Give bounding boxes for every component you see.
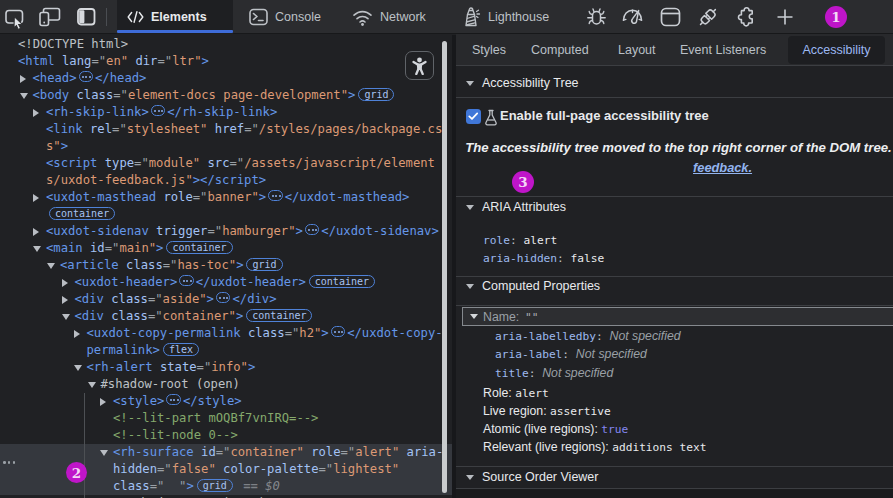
tab-computed[interactable]: Computed	[531, 34, 589, 66]
dom-tree-row[interactable]: <rh-skip-link></rh-skip-link>	[0, 104, 454, 121]
inspect-icon[interactable]	[2, 0, 30, 34]
expand-arrow-down-icon[interactable]	[100, 450, 108, 456]
aria-attribute-row[interactable]: aria-hidden: false	[483, 252, 604, 265]
expand-arrow-down-icon[interactable]	[20, 93, 28, 99]
accessibility-tree-toggle-button[interactable]	[405, 51, 434, 80]
token-eq: ="	[193, 190, 208, 204]
layout-badge-grid[interactable]: grid	[246, 258, 282, 271]
expand-arrow-right-icon[interactable]	[33, 109, 39, 117]
expand-arrow-right-icon[interactable]	[20, 75, 26, 83]
layout-badge-container[interactable]: container	[166, 241, 232, 254]
computed-property-row[interactable]: Relevant (live regions): additions text	[483, 437, 706, 455]
accessibility-sidebar-panel: Styles Computed Layout Event Listeners A…	[456, 34, 893, 498]
layout-badge-flex[interactable]: flex	[163, 343, 199, 356]
dom-tree-row[interactable]: <!DOCTYPE html>	[0, 36, 454, 53]
computed-property-row[interactable]: Role: alert	[483, 383, 549, 401]
dom-tree-row[interactable]: <main id="main">container	[0, 240, 454, 257]
token-eq: ="	[207, 224, 222, 238]
dom-tree-row[interactable]: <script type="module" src="/assets/javas…	[0, 155, 454, 172]
performance-icon[interactable]	[620, 0, 644, 34]
extensions-icon[interactable]	[733, 0, 759, 34]
section-accessibility-tree[interactable]: Accessibility Tree	[456, 73, 893, 94]
tab-network[interactable]: Network	[352, 0, 426, 34]
dom-tree-row[interactable]: permalink>flex	[0, 342, 454, 359]
tab-accessibility[interactable]: Accessibility	[788, 36, 885, 64]
computed-name-row[interactable]: Name: ""	[462, 307, 893, 326]
computed-property-row[interactable]: Atomic (live regions): true	[483, 419, 628, 437]
ellipsis-expand-icon[interactable]	[268, 190, 283, 201]
layout-badge-container[interactable]: container	[309, 275, 375, 288]
dom-tree-row[interactable]: <head></head>	[0, 70, 454, 87]
dom-tree-row[interactable]: <rh-surface id="container" role="alert" …	[0, 444, 454, 461]
layout-badge-grid[interactable]: grid	[197, 479, 233, 492]
computed-property-row[interactable]: Live region: assertive	[483, 401, 611, 419]
tab-console[interactable]: Console	[249, 0, 321, 34]
prop-label: Relevant (live regions)	[483, 440, 605, 454]
expand-arrow-down-icon[interactable]	[47, 263, 55, 269]
expand-arrow-down-icon[interactable]	[88, 382, 96, 388]
dom-tree-row[interactable]: class=" ">grid == $0	[0, 478, 454, 495]
protocol-monitor-icon[interactable]	[695, 0, 721, 34]
dom-tree-row[interactable]: <uxdot-copy-permalink class="h2"></uxdot…	[0, 325, 454, 342]
tab-layout[interactable]: Layout	[618, 34, 656, 66]
expand-arrow-right-icon[interactable]	[100, 398, 106, 406]
dom-tree-row[interactable]: <style></style>	[0, 393, 454, 410]
dom-tree-row[interactable]: <uxdot-masthead role="banner"></uxdot-ma…	[0, 189, 454, 206]
tab-styles[interactable]: Styles	[472, 34, 506, 66]
dom-tree-row[interactable]: <!--lit-node 0-->	[0, 427, 454, 444]
device-toolbar-icon[interactable]	[36, 0, 64, 34]
expand-arrow-right-icon[interactable]	[62, 296, 68, 304]
computed-subproperty-row[interactable]: aria-labelledby: Not specified	[495, 329, 681, 343]
layout-badge-grid[interactable]: grid	[358, 88, 394, 101]
section-source-order-viewer[interactable]: Source Order Viewer	[456, 467, 893, 488]
tab-event-listeners[interactable]: Event Listeners	[680, 34, 766, 66]
ellipsis-expand-icon[interactable]	[216, 292, 231, 303]
ellipsis-expand-icon[interactable]	[305, 224, 320, 235]
expand-arrow-down-icon[interactable]	[74, 365, 82, 371]
dom-tree-row[interactable]: s">	[0, 138, 454, 155]
section-computed-properties[interactable]: Computed Properties	[456, 276, 893, 297]
ellipsis-expand-icon[interactable]	[331, 326, 346, 337]
layout-badge-container[interactable]: container	[49, 207, 115, 220]
ellipsis-expand-icon[interactable]	[151, 105, 166, 116]
expand-arrow-down-icon[interactable]	[33, 246, 41, 252]
computed-subproperty-row[interactable]: title: Not specified	[495, 366, 613, 380]
dom-tree-row[interactable]: <uxdot-sidenav trigger="hamburger"></uxd…	[0, 223, 454, 240]
dom-tree-row[interactable]: #shadow-root (open)	[0, 376, 454, 393]
expand-arrow-right-icon[interactable]	[74, 330, 80, 338]
dom-tree-row[interactable]: <article class="has-toc">grid	[0, 257, 454, 274]
dom-tree-row[interactable]: <div class="container">container	[0, 308, 454, 325]
selected-node-overflow-dots[interactable]	[3, 450, 17, 468]
token-tag: <head>	[33, 71, 77, 85]
dom-tree-row[interactable]: <html lang="en" dir="ltr">	[0, 53, 454, 70]
dock-side-icon[interactable]	[72, 0, 100, 34]
expand-arrow-right-icon[interactable]	[62, 279, 68, 287]
section-aria-attributes[interactable]: ARIA Attributes	[456, 197, 893, 218]
tab-elements[interactable]: Elements	[117, 0, 233, 34]
expand-arrow-down-icon[interactable]	[62, 314, 70, 320]
feedback-link[interactable]: feedback.	[693, 160, 752, 175]
dom-tree-row[interactable]: <div class="aside"></div>	[0, 291, 454, 308]
enable-fullpage-a11y-label[interactable]: Enable full-page accessibility tree	[500, 108, 709, 123]
ellipsis-expand-icon[interactable]	[179, 275, 194, 286]
dom-tree-row[interactable]: <link rel="stylesheet" href="/styles/pag…	[0, 121, 454, 138]
dom-tree-row[interactable]: <rh-alert state="info">	[0, 359, 454, 376]
tab-lighthouse[interactable]: Lighthouse	[462, 0, 549, 34]
expand-arrow-right-icon[interactable]	[33, 228, 39, 236]
layout-badge-container[interactable]: container	[246, 309, 312, 322]
dom-tree-row[interactable]: <body class="element-docs page-developme…	[0, 87, 454, 104]
dom-tree-row[interactable]: <!--lit-part mOQBf7vnIRQ=-->	[0, 410, 454, 427]
more-tabs-icon[interactable]	[773, 0, 797, 34]
enable-fullpage-a11y-checkbox[interactable]	[466, 109, 481, 124]
dom-tree-row[interactable]: s/uxdot-feedback.js"></script>	[0, 172, 454, 189]
dom-tree-row[interactable]: container	[0, 206, 454, 223]
ellipsis-expand-icon[interactable]	[166, 394, 181, 405]
ellipsis-expand-icon[interactable]	[79, 71, 94, 82]
aria-attribute-row[interactable]: role: alert	[483, 234, 557, 247]
application-icon[interactable]	[658, 0, 682, 34]
computed-subproperty-row[interactable]: aria-label: Not specified	[495, 347, 647, 361]
bug-icon[interactable]	[584, 0, 608, 34]
expand-arrow-right-icon[interactable]	[33, 194, 39, 202]
dom-tree-row[interactable]: <uxdot-header></uxdot-header>container	[0, 274, 454, 291]
vertical-scrollbar[interactable]	[442, 41, 447, 493]
